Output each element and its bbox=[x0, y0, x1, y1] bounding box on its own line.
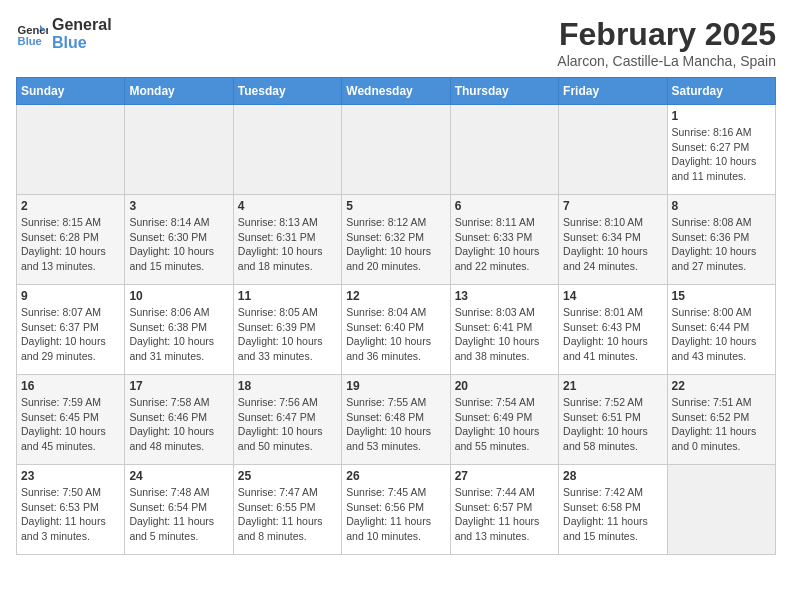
day-info: Sunrise: 8:16 AM Sunset: 6:27 PM Dayligh… bbox=[672, 125, 771, 184]
calendar-cell: 27Sunrise: 7:44 AM Sunset: 6:57 PM Dayli… bbox=[450, 465, 558, 555]
page-header: General Blue General Blue February 2025 … bbox=[16, 16, 776, 69]
calendar-week-row: 2Sunrise: 8:15 AM Sunset: 6:28 PM Daylig… bbox=[17, 195, 776, 285]
day-number: 4 bbox=[238, 199, 337, 213]
logo-line2: Blue bbox=[52, 34, 112, 52]
calendar-week-row: 1Sunrise: 8:16 AM Sunset: 6:27 PM Daylig… bbox=[17, 105, 776, 195]
day-number: 6 bbox=[455, 199, 554, 213]
day-number: 7 bbox=[563, 199, 662, 213]
calendar-cell: 10Sunrise: 8:06 AM Sunset: 6:38 PM Dayli… bbox=[125, 285, 233, 375]
calendar-cell: 5Sunrise: 8:12 AM Sunset: 6:32 PM Daylig… bbox=[342, 195, 450, 285]
svg-text:Blue: Blue bbox=[18, 35, 42, 47]
day-info: Sunrise: 8:06 AM Sunset: 6:38 PM Dayligh… bbox=[129, 305, 228, 364]
day-number: 20 bbox=[455, 379, 554, 393]
day-info: Sunrise: 8:05 AM Sunset: 6:39 PM Dayligh… bbox=[238, 305, 337, 364]
day-header-friday: Friday bbox=[559, 78, 667, 105]
day-info: Sunrise: 8:13 AM Sunset: 6:31 PM Dayligh… bbox=[238, 215, 337, 274]
day-number: 15 bbox=[672, 289, 771, 303]
day-header-wednesday: Wednesday bbox=[342, 78, 450, 105]
logo-icon: General Blue bbox=[16, 18, 48, 50]
day-number: 17 bbox=[129, 379, 228, 393]
day-header-tuesday: Tuesday bbox=[233, 78, 341, 105]
day-number: 24 bbox=[129, 469, 228, 483]
calendar-week-row: 23Sunrise: 7:50 AM Sunset: 6:53 PM Dayli… bbox=[17, 465, 776, 555]
day-info: Sunrise: 7:58 AM Sunset: 6:46 PM Dayligh… bbox=[129, 395, 228, 454]
day-info: Sunrise: 7:52 AM Sunset: 6:51 PM Dayligh… bbox=[563, 395, 662, 454]
day-info: Sunrise: 8:04 AM Sunset: 6:40 PM Dayligh… bbox=[346, 305, 445, 364]
calendar-cell: 4Sunrise: 8:13 AM Sunset: 6:31 PM Daylig… bbox=[233, 195, 341, 285]
calendar-cell: 26Sunrise: 7:45 AM Sunset: 6:56 PM Dayli… bbox=[342, 465, 450, 555]
calendar-cell bbox=[450, 105, 558, 195]
logo: General Blue General Blue bbox=[16, 16, 112, 51]
calendar-cell bbox=[233, 105, 341, 195]
day-info: Sunrise: 8:11 AM Sunset: 6:33 PM Dayligh… bbox=[455, 215, 554, 274]
day-header-monday: Monday bbox=[125, 78, 233, 105]
day-info: Sunrise: 8:08 AM Sunset: 6:36 PM Dayligh… bbox=[672, 215, 771, 274]
day-info: Sunrise: 7:48 AM Sunset: 6:54 PM Dayligh… bbox=[129, 485, 228, 544]
day-info: Sunrise: 7:59 AM Sunset: 6:45 PM Dayligh… bbox=[21, 395, 120, 454]
calendar-cell: 7Sunrise: 8:10 AM Sunset: 6:34 PM Daylig… bbox=[559, 195, 667, 285]
calendar-cell: 13Sunrise: 8:03 AM Sunset: 6:41 PM Dayli… bbox=[450, 285, 558, 375]
title-block: February 2025 Alarcon, Castille-La Manch… bbox=[557, 16, 776, 69]
calendar-cell: 18Sunrise: 7:56 AM Sunset: 6:47 PM Dayli… bbox=[233, 375, 341, 465]
day-number: 11 bbox=[238, 289, 337, 303]
calendar-cell: 8Sunrise: 8:08 AM Sunset: 6:36 PM Daylig… bbox=[667, 195, 775, 285]
day-info: Sunrise: 8:14 AM Sunset: 6:30 PM Dayligh… bbox=[129, 215, 228, 274]
day-number: 22 bbox=[672, 379, 771, 393]
calendar-cell: 2Sunrise: 8:15 AM Sunset: 6:28 PM Daylig… bbox=[17, 195, 125, 285]
day-number: 5 bbox=[346, 199, 445, 213]
location: Alarcon, Castille-La Mancha, Spain bbox=[557, 53, 776, 69]
day-number: 14 bbox=[563, 289, 662, 303]
day-number: 9 bbox=[21, 289, 120, 303]
calendar-cell: 21Sunrise: 7:52 AM Sunset: 6:51 PM Dayli… bbox=[559, 375, 667, 465]
calendar-cell bbox=[667, 465, 775, 555]
day-number: 28 bbox=[563, 469, 662, 483]
day-number: 10 bbox=[129, 289, 228, 303]
calendar-cell: 28Sunrise: 7:42 AM Sunset: 6:58 PM Dayli… bbox=[559, 465, 667, 555]
calendar-header-row: SundayMondayTuesdayWednesdayThursdayFrid… bbox=[17, 78, 776, 105]
day-info: Sunrise: 8:00 AM Sunset: 6:44 PM Dayligh… bbox=[672, 305, 771, 364]
day-info: Sunrise: 7:45 AM Sunset: 6:56 PM Dayligh… bbox=[346, 485, 445, 544]
day-info: Sunrise: 8:03 AM Sunset: 6:41 PM Dayligh… bbox=[455, 305, 554, 364]
calendar-cell: 12Sunrise: 8:04 AM Sunset: 6:40 PM Dayli… bbox=[342, 285, 450, 375]
calendar-cell bbox=[125, 105, 233, 195]
calendar-cell bbox=[342, 105, 450, 195]
day-info: Sunrise: 7:54 AM Sunset: 6:49 PM Dayligh… bbox=[455, 395, 554, 454]
calendar-cell bbox=[559, 105, 667, 195]
calendar-cell: 15Sunrise: 8:00 AM Sunset: 6:44 PM Dayli… bbox=[667, 285, 775, 375]
calendar-cell: 9Sunrise: 8:07 AM Sunset: 6:37 PM Daylig… bbox=[17, 285, 125, 375]
day-number: 2 bbox=[21, 199, 120, 213]
calendar-week-row: 16Sunrise: 7:59 AM Sunset: 6:45 PM Dayli… bbox=[17, 375, 776, 465]
day-number: 1 bbox=[672, 109, 771, 123]
calendar-cell: 22Sunrise: 7:51 AM Sunset: 6:52 PM Dayli… bbox=[667, 375, 775, 465]
calendar-cell: 1Sunrise: 8:16 AM Sunset: 6:27 PM Daylig… bbox=[667, 105, 775, 195]
day-number: 21 bbox=[563, 379, 662, 393]
day-info: Sunrise: 8:15 AM Sunset: 6:28 PM Dayligh… bbox=[21, 215, 120, 274]
calendar-cell: 11Sunrise: 8:05 AM Sunset: 6:39 PM Dayli… bbox=[233, 285, 341, 375]
calendar-cell: 24Sunrise: 7:48 AM Sunset: 6:54 PM Dayli… bbox=[125, 465, 233, 555]
calendar-cell bbox=[17, 105, 125, 195]
calendar-cell: 17Sunrise: 7:58 AM Sunset: 6:46 PM Dayli… bbox=[125, 375, 233, 465]
calendar-cell: 6Sunrise: 8:11 AM Sunset: 6:33 PM Daylig… bbox=[450, 195, 558, 285]
calendar-cell: 19Sunrise: 7:55 AM Sunset: 6:48 PM Dayli… bbox=[342, 375, 450, 465]
day-number: 19 bbox=[346, 379, 445, 393]
calendar-table: SundayMondayTuesdayWednesdayThursdayFrid… bbox=[16, 77, 776, 555]
day-number: 25 bbox=[238, 469, 337, 483]
calendar-cell: 3Sunrise: 8:14 AM Sunset: 6:30 PM Daylig… bbox=[125, 195, 233, 285]
day-info: Sunrise: 7:42 AM Sunset: 6:58 PM Dayligh… bbox=[563, 485, 662, 544]
day-info: Sunrise: 7:50 AM Sunset: 6:53 PM Dayligh… bbox=[21, 485, 120, 544]
day-number: 8 bbox=[672, 199, 771, 213]
day-header-saturday: Saturday bbox=[667, 78, 775, 105]
day-number: 12 bbox=[346, 289, 445, 303]
calendar-cell: 16Sunrise: 7:59 AM Sunset: 6:45 PM Dayli… bbox=[17, 375, 125, 465]
day-info: Sunrise: 8:10 AM Sunset: 6:34 PM Dayligh… bbox=[563, 215, 662, 274]
day-info: Sunrise: 7:47 AM Sunset: 6:55 PM Dayligh… bbox=[238, 485, 337, 544]
day-info: Sunrise: 7:44 AM Sunset: 6:57 PM Dayligh… bbox=[455, 485, 554, 544]
day-header-thursday: Thursday bbox=[450, 78, 558, 105]
day-number: 27 bbox=[455, 469, 554, 483]
day-number: 13 bbox=[455, 289, 554, 303]
day-number: 3 bbox=[129, 199, 228, 213]
day-info: Sunrise: 7:56 AM Sunset: 6:47 PM Dayligh… bbox=[238, 395, 337, 454]
day-number: 23 bbox=[21, 469, 120, 483]
day-info: Sunrise: 8:07 AM Sunset: 6:37 PM Dayligh… bbox=[21, 305, 120, 364]
day-info: Sunrise: 8:12 AM Sunset: 6:32 PM Dayligh… bbox=[346, 215, 445, 274]
